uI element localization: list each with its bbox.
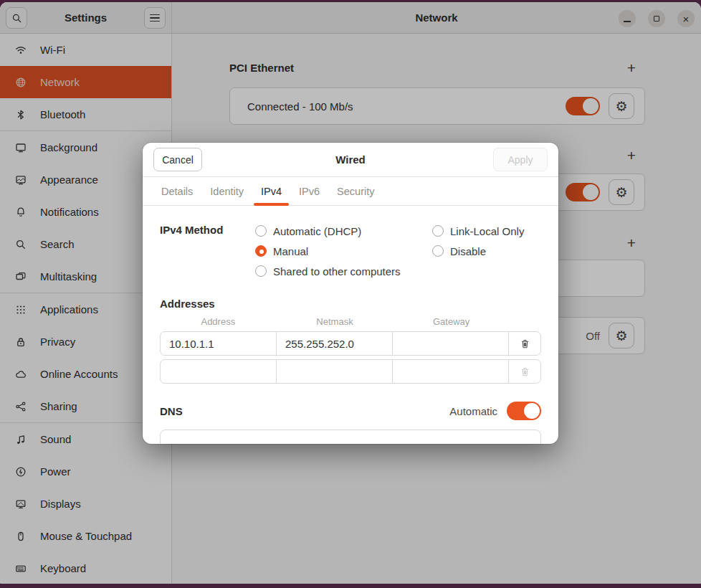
tab-security[interactable]: Security — [328, 177, 383, 205]
dns-automatic-label: Automatic — [449, 405, 497, 417]
delete-address-button-disabled — [509, 360, 540, 383]
addresses-header: Address Netmask Gateway — [160, 316, 541, 327]
wired-dialog: Wired Cancel Apply Details Identity IPv4… — [143, 143, 558, 444]
apply-button[interactable]: Apply — [493, 148, 548, 171]
trash-icon — [520, 338, 530, 349]
addresses-title: Addresses — [160, 298, 541, 310]
radio-disable[interactable]: Disable — [432, 241, 524, 261]
radio-checked-icon — [255, 245, 267, 257]
ipv4-method-group: IPv4 Method Automatic (DHCP) Manual — [160, 221, 541, 281]
column-header-gateway: Gateway — [393, 316, 510, 327]
radio-icon — [432, 225, 444, 237]
tab-details[interactable]: Details — [153, 177, 201, 205]
netmask-input[interactable] — [277, 338, 392, 350]
dns-automatic-toggle[interactable] — [507, 402, 541, 420]
address-input[interactable] — [161, 366, 276, 378]
delete-address-button[interactable] — [509, 332, 540, 355]
address-input[interactable] — [161, 338, 276, 350]
tab-ipv6[interactable]: IPv6 — [290, 177, 328, 205]
column-header-netmask: Netmask — [277, 316, 394, 327]
ipv4-panel: IPv4 Method Automatic (DHCP) Manual — [143, 206, 558, 444]
cancel-button[interactable]: Cancel — [153, 148, 202, 171]
dns-servers-input[interactable] — [160, 430, 541, 444]
radio-shared[interactable]: Shared to other computers — [255, 261, 432, 281]
address-row-empty — [160, 359, 541, 384]
dns-section: DNS Automatic — [160, 402, 541, 420]
ipv4-method-label: IPv4 Method — [160, 221, 255, 281]
trash-icon — [520, 366, 530, 377]
radio-icon — [255, 265, 267, 277]
radio-icon — [432, 245, 444, 257]
dialog-tabs: Details Identity IPv4 IPv6 Security — [143, 177, 558, 206]
gateway-input[interactable] — [393, 338, 508, 350]
radio-icon — [255, 225, 267, 237]
tab-ipv4[interactable]: IPv4 — [252, 177, 290, 205]
tab-identity[interactable]: Identity — [201, 177, 252, 205]
radio-link-local[interactable]: Link-Local Only — [432, 221, 524, 241]
gateway-input[interactable] — [393, 366, 508, 378]
netmask-input[interactable] — [277, 366, 392, 378]
settings-window: Settings Network × Wi-Fi Network Bluetoo… — [0, 2, 701, 584]
dialog-headerbar: Wired Cancel Apply — [143, 143, 558, 177]
column-header-address: Address — [160, 316, 277, 327]
radio-manual[interactable]: Manual — [255, 241, 432, 261]
dns-title: DNS — [160, 405, 183, 417]
address-row — [160, 331, 541, 356]
radio-automatic-dhcp[interactable]: Automatic (DHCP) — [255, 221, 432, 241]
